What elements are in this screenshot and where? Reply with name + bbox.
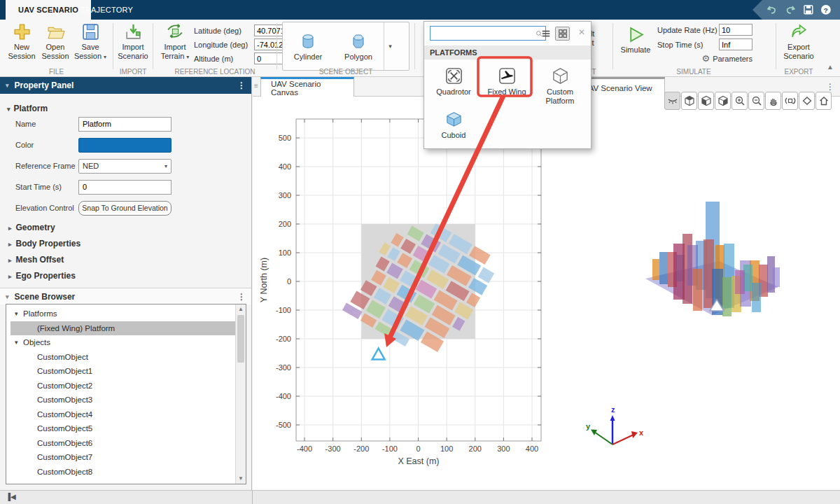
gallery-item-custom-platform[interactable]: Custom Platform	[533, 62, 587, 106]
quick-access-toolbar: ?	[752, 0, 840, 20]
pan-hand-button[interactable]	[765, 92, 781, 110]
scene-browser-header[interactable]: ▾ Scene Browser ⋮	[0, 288, 251, 304]
import-terrain-button[interactable]: Import Terrain ▾	[156, 22, 194, 61]
custom-platform-icon	[551, 66, 570, 85]
svg-text:-400: -400	[297, 444, 312, 453]
gallery-expand-button[interactable]: ▾	[384, 22, 396, 70]
scenario-3d-view[interactable]: zyx	[568, 97, 840, 490]
simulate-button[interactable]: Simulate	[617, 25, 654, 55]
svg-text:100: 100	[440, 444, 453, 453]
gallery-search-input[interactable]	[430, 27, 536, 39]
status-bar: ▐◀	[0, 490, 840, 504]
property-panel-header[interactable]: ▾ Property Panel ⋮	[0, 77, 251, 94]
name-label: Name	[15, 120, 78, 128]
view-cube-left-button[interactable]	[698, 92, 714, 110]
start-time-input[interactable]	[78, 180, 172, 195]
collapse-ribbon-button[interactable]: ▲	[825, 64, 836, 72]
restore-diamond-button[interactable]	[799, 92, 815, 110]
update-rate-input[interactable]	[719, 24, 752, 36]
scroll-up-icon[interactable]: ▲	[236, 304, 246, 314]
tree-scrollbar[interactable]: ▲ ▼	[235, 304, 246, 484]
panel-menu-icon[interactable]: ⋮	[237, 292, 246, 302]
scroll-down-icon[interactable]: ▼	[236, 474, 246, 484]
tab-trajectory[interactable]: TRAJECTORY	[68, 0, 146, 20]
cylinder-button[interactable]: Cylinder	[283, 22, 333, 70]
gallery-search-box[interactable]	[430, 26, 546, 41]
view-cube-right-button[interactable]	[715, 92, 731, 110]
longitude-label: Longitude (deg)	[194, 41, 254, 49]
gallery-item-cuboid[interactable]: Cuboid	[427, 106, 480, 140]
svg-text:100: 100	[279, 248, 291, 257]
section-body-properties[interactable]: ▸Body Properties	[8, 239, 251, 248]
elevation-control-label: Elevation Control	[15, 204, 78, 212]
home-button[interactable]	[816, 92, 832, 110]
tree-item-customobject6[interactable]: CustomObject6	[10, 436, 246, 451]
tree-item-customobject7[interactable]: CustomObject7	[10, 450, 246, 465]
view-cube-left-icon	[701, 95, 712, 106]
new-session-button[interactable]: New Session	[3, 22, 41, 61]
grid-view-toggle[interactable]	[555, 27, 570, 41]
tree-item-customobject2[interactable]: CustomObject2	[10, 379, 246, 393]
ribbon-section-reference-location: Import Terrain ▾ Latitude (deg) Longitud…	[153, 20, 276, 77]
polygon-button[interactable]: Polygon	[333, 22, 384, 70]
redo-icon[interactable]	[785, 4, 796, 16]
scroll-thumb[interactable]	[237, 315, 244, 363]
svg-text:z: z	[611, 405, 615, 414]
reference-frame-label: Reference Frame	[15, 162, 78, 170]
import-scenario-button[interactable]: Import Scenario	[114, 22, 152, 61]
tree-item-customobject5[interactable]: CustomObject5	[10, 421, 246, 436]
svg-text:500: 500	[279, 134, 291, 142]
zoom-out-button[interactable]	[748, 92, 764, 110]
tree-item-customobject1[interactable]: CustomObject1	[10, 364, 246, 379]
list-view-toggle[interactable]	[538, 27, 553, 41]
collapse-left-icon[interactable]: ▐◀	[6, 493, 16, 500]
svg-text:400: 400	[526, 444, 538, 453]
gallery-item-fixed-wing[interactable]: Fixed Wing	[480, 62, 533, 106]
save-session-button[interactable]: Save Session ▾	[70, 22, 111, 61]
section-ego-properties[interactable]: ▸Ego Properties	[8, 271, 251, 281]
zoom-in-icon	[734, 95, 746, 106]
stop-time-label: Stop Time (s)	[657, 41, 719, 49]
tree-item--fixed-wing-platform[interactable]: (Fixed Wing) Platform	[10, 321, 246, 336]
export-scenario-button[interactable]: Export Scenario	[780, 22, 818, 61]
tree-item-customobject8[interactable]: CustomObject8	[10, 465, 246, 479]
panel-menu-icon[interactable]: ⋮	[237, 80, 246, 90]
section-mesh-offset[interactable]: ▸Mesh Offset	[8, 255, 251, 265]
eye-closed-button[interactable]	[664, 92, 680, 110]
gallery-item-quadrotor[interactable]: Quadrotor	[427, 62, 480, 106]
tree-item-objects[interactable]: ▾Objects	[10, 335, 246, 350]
tree-item-customobject[interactable]: CustomObject	[10, 350, 246, 365]
svg-text:-500: -500	[276, 421, 291, 429]
zoom-in-button[interactable]	[732, 92, 748, 110]
collapse-triangle-icon[interactable]: ▾	[6, 82, 9, 89]
view-cube-top-button[interactable]	[681, 92, 697, 110]
tree-item-customobject4[interactable]: CustomObject4	[10, 407, 246, 422]
rotate-3d-button[interactable]	[782, 92, 798, 110]
open-session-icon	[46, 22, 65, 41]
panel-menu-icon[interactable]: ⋮	[826, 82, 834, 92]
chevron-down-icon: ▾	[388, 43, 392, 50]
section-geometry[interactable]: ▸Geometry	[8, 223, 251, 232]
tab-uav-scenario-canvas[interactable]: UAV Scenario Canvas	[260, 77, 354, 97]
panel-grip-icon[interactable]: ≡	[254, 82, 258, 90]
help-icon[interactable]: ?	[820, 4, 832, 16]
platform-name-input[interactable]	[78, 117, 172, 132]
ribbon-section-file: New Session Open Session Save Session ▾ …	[0, 20, 113, 77]
quadrotor-icon	[444, 66, 463, 85]
cylinder-icon	[298, 31, 318, 51]
undo-icon[interactable]	[766, 4, 778, 16]
tree-item-platforms[interactable]: ▾Platforms	[10, 307, 246, 321]
tree-item-customobject3[interactable]: CustomObject3	[10, 393, 246, 407]
reference-frame-dropdown[interactable]: NED▾	[78, 159, 172, 174]
save-icon[interactable]	[803, 4, 814, 16]
snap-to-ground-elevation-button[interactable]: Snap To Ground Elevation	[78, 201, 172, 216]
collapse-triangle-icon[interactable]: ▾	[6, 293, 9, 300]
parameters-button[interactable]: ⚙ Parameters	[657, 53, 752, 64]
platform-color-swatch[interactable]	[78, 138, 172, 153]
open-session-button[interactable]: Open Session	[36, 22, 74, 61]
svg-text:-400: -400	[276, 392, 291, 400]
close-icon[interactable]: ✕	[576, 27, 587, 38]
scenario-2d-plot[interactable]: -400-300-200-1000100200300400-500-400-30…	[253, 97, 568, 490]
platform-group-header[interactable]: ▾Platform	[7, 104, 251, 113]
stop-time-input[interactable]	[719, 38, 752, 50]
